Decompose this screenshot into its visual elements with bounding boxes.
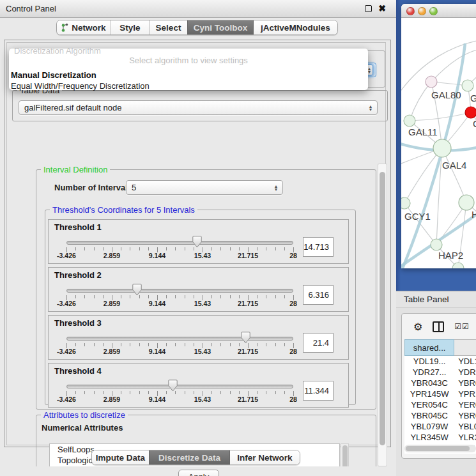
column-header[interactable]: n [454,340,476,356]
tick-label: 15.43 [194,300,211,307]
slider-thumb[interactable] [132,284,142,296]
threshold-value-field[interactable]: 21.4 [303,333,334,353]
settings-scrollbar[interactable] [378,164,387,466]
tick-label: -3.426 [57,300,76,307]
attributes-scrollbar[interactable] [341,443,349,466]
network-node[interactable] [433,139,451,157]
network-node[interactable] [459,195,474,210]
tab-label: Select [156,23,181,33]
tab-impute-data[interactable]: Impute Data [92,450,149,464]
slider-track[interactable] [66,289,293,293]
panel-title: Control Panel [6,4,56,13]
table-row[interactable]: YER054CYER0 [405,399,476,410]
table-row[interactable]: YPR145WYPR1 [405,388,476,399]
network-node[interactable] [465,107,476,118]
network-canvas[interactable]: GAL80GCGAL11GAL4GCY1HHAP2 [401,18,476,268]
network-node-label[interactable]: G [470,93,476,104]
table-row[interactable]: YBR043CYBR0 [405,378,476,388]
threshold-row: Threshold 2-3.4262.8599.14415.4321.71528… [48,267,349,312]
network-node-label[interactable]: GAL4 [442,160,466,171]
table-row[interactable]: YBR045CYBR0 [405,410,476,421]
attribute-item[interactable]: BetweennessCentrality [50,466,339,466]
number-of-intervals-value: 5 [132,183,136,192]
threshold-label: Threshold 2 [54,270,102,280]
table-row[interactable]: YLR345WYLR3 [405,432,476,443]
zoom-traffic-light[interactable] [429,7,438,15]
slider-thumb[interactable] [168,380,178,392]
close-traffic-light[interactable] [406,7,415,15]
algorithm-option[interactable]: Equal Width/Frequency Discretization [9,81,368,91]
float-window-icon[interactable] [365,5,372,12]
select-columns-icon[interactable]: ☑☑ [454,322,470,331]
gear-icon[interactable]: ⚙ [413,321,422,333]
tick-label: 9.144 [149,252,165,259]
network-icon [61,23,68,33]
scrollbar-thumb[interactable] [342,445,348,466]
table-horizontal-scrollbar[interactable] [404,445,476,452]
node-table[interactable]: shared...n YDL19...YDL1YDR27...YDR2YBR04… [404,339,476,454]
threshold-row: Threshold 4-3.4262.8599.14415.4321.71528… [48,363,349,408]
scrollbar-thumb[interactable] [380,172,385,445]
tick-label: 21.715 [238,348,258,355]
network-node[interactable] [401,197,410,209]
top-tab-bar: NetworkStyleSelectCyni ToolboxjActiveMNo… [56,20,338,35]
tab-label: Style [119,23,140,33]
threshold-value-field[interactable]: 14.713 [303,237,334,257]
table-data-combobox[interactable]: galFiltered.sif default node ▲▼ [19,100,378,115]
slider-track[interactable] [66,385,293,388]
slider-track[interactable] [66,241,293,245]
network-node[interactable] [452,263,464,268]
tick-label: 2.859 [104,348,120,355]
network-node-label[interactable]: HAP2 [438,250,463,261]
network-node-label[interactable]: GAL80 [431,89,461,100]
network-node[interactable] [462,80,473,91]
tab-discretize-data[interactable]: Discretize Data [149,450,229,464]
thresholds-group-label: Threshold's Coordinates for 5 Intervals [50,205,197,215]
slider-thumb[interactable] [192,236,202,248]
discretization-algorithm-ghost-label: Discretization Algorithm [14,46,101,56]
minimize-traffic-light[interactable] [418,7,426,15]
network-node-label[interactable]: GCY1 [404,211,431,222]
combo-stepper-icon[interactable]: ▲▼ [367,102,374,113]
close-icon[interactable]: ✖ [378,3,386,13]
network-node[interactable] [404,115,415,127]
threshold-value-field[interactable]: 6.316 [303,285,334,305]
column-header[interactable]: shared... [405,340,454,356]
table-row[interactable]: YBL079WYBL0 [405,421,476,432]
settings-viewport: Interval Definition Number of Intervals … [13,163,376,466]
control-panel-titlebar: Control Panel ✖ [0,0,396,18]
interval-definition-group: Interval Definition Number of Intervals … [36,169,376,410]
network-window-titlebar[interactable] [401,4,476,18]
tick-label: 15.43 [194,395,211,403]
tick-label: 9.144 [149,300,165,307]
number-of-intervals-combobox[interactable]: 5 ▲▼ [126,180,283,195]
table-panel-titlebar: Table Panel [396,291,476,308]
tick-label: 2.859 [104,300,120,307]
slider-thumb[interactable] [241,332,250,344]
table-toolbar: ⚙ ☑☑ [402,318,476,335]
network-node[interactable] [431,239,442,250]
tab-select[interactable]: Select [149,20,187,35]
scrollbar-thumb[interactable] [406,446,470,451]
tab-network[interactable]: Network [57,20,111,35]
tab-cyni-toolbox[interactable]: Cyni Toolbox [187,20,253,35]
network-node-label[interactable]: C [473,118,476,129]
table-row[interactable]: YDR27...YDR2 [405,367,476,378]
number-of-intervals-label: Number of Intervals [54,183,132,192]
network-node-label[interactable]: GAL11 [408,127,438,137]
algorithm-option[interactable]: Manual Discretization [9,70,368,81]
network-node[interactable] [426,76,437,88]
table-panel-title: Table Panel [404,295,449,304]
tab-infer-network[interactable]: Infer Network [229,450,300,464]
split-view-icon[interactable] [433,321,444,332]
combo-stepper-icon[interactable]: ▲▼ [272,182,280,193]
tab-style[interactable]: Style [111,20,149,35]
tick-label: 15.43 [194,348,211,355]
apply-button[interactable]: Apply [178,470,219,476]
table-row[interactable]: YDL19...YDL1 [405,356,476,367]
slider-track[interactable] [66,337,293,341]
numerical-attributes-label: Numerical Attributes [42,423,123,433]
tab-jactivemnodules[interactable]: jActiveMNodules [253,20,337,35]
threshold-value-field[interactable]: 11.344 [303,381,334,401]
network-node-label[interactable]: H [472,209,476,220]
